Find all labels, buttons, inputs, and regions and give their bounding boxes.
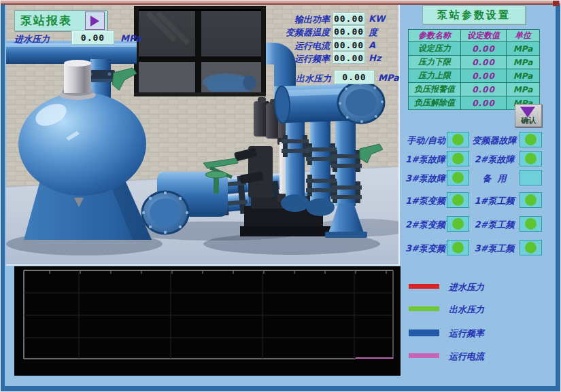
tank-chimney <box>64 63 91 93</box>
legend-swatch-inlet-pressure <box>409 284 439 289</box>
inlet-pressure-unit: MPa <box>120 33 141 43</box>
run-frequency-unit: Hz <box>369 53 381 63</box>
legend-swatch-run-current <box>409 353 439 358</box>
pressure-tank <box>18 92 146 196</box>
lamp-pump1-fault <box>447 151 469 166</box>
discharge-manifold <box>274 82 385 126</box>
trend-chart-grid <box>14 266 401 376</box>
status-label-pump3-mains: 3#泵工频 <box>470 243 519 255</box>
outlet-pressure-unit: MPa <box>378 73 399 83</box>
inverter-temp-value: 00.00 <box>333 25 365 37</box>
report-button[interactable]: 泵站报表 <box>14 10 107 31</box>
legend-label-outlet-pressure: 出水压力 <box>449 304 484 316</box>
parameter-table: 参数名称 设定数值 单位 设定压力 0.00 MPa 压力下限 0.00 MPa… <box>408 29 540 110</box>
param-value-field[interactable]: 0.00 <box>461 83 507 96</box>
lamp-pump3-fault <box>447 170 469 185</box>
legend-swatch-run-frequency <box>409 329 439 336</box>
param-name: 压力上限 <box>409 69 461 83</box>
lamp-pump2-vfd <box>447 216 469 232</box>
run-frequency-label: 运行频率 <box>281 53 330 65</box>
table-row: 负压报警值 0.00 MPa <box>409 83 540 96</box>
top-decoration-line <box>1 3 561 5</box>
window <box>134 6 266 96</box>
col-param-name: 参数名称 <box>409 30 461 42</box>
output-power-label: 输出功率 <box>281 14 330 26</box>
confirm-button-label: 确认 <box>515 115 541 126</box>
status-label-pump2-fault: 2#泵故障 <box>470 154 519 166</box>
col-set-value: 设定数值 <box>461 30 507 42</box>
outlet-pressure-label: 出水压力 <box>282 73 331 85</box>
run-current-label: 运行电流 <box>281 40 330 52</box>
confirm-button[interactable]: 确认 <box>515 104 542 127</box>
trend-chart <box>14 266 401 376</box>
status-label-spare: 备 用 <box>470 173 519 185</box>
hmi-window: 泵站报表 进水压力 0.00 MPa 输出功率 00.00 KW 变频器温度 0… <box>0 0 561 392</box>
top-right-corner-mark <box>553 1 559 6</box>
lamp-pump3-mains <box>520 240 542 255</box>
status-label-pump3-fault: 3#泵故障 <box>399 173 445 185</box>
outlet-pressure-value: 0.00 <box>334 70 375 84</box>
lamp-pump3-vfd <box>447 240 469 255</box>
status-label-pump1-vfd: 1#泵变频 <box>399 195 445 207</box>
legend-label-run-current: 运行电流 <box>449 351 484 363</box>
lamp-spare <box>520 170 542 185</box>
param-unit: MPa <box>507 83 540 96</box>
param-name: 压力下限 <box>409 56 461 69</box>
table-row: 设定压力 0.00 MPa <box>409 42 540 56</box>
inverter-temp-unit: 度 <box>369 26 377 39</box>
param-value-field[interactable]: 0.00 <box>461 96 507 110</box>
param-value-field[interactable]: 0.00 <box>461 42 507 56</box>
lamp-pump2-mains <box>520 216 542 232</box>
lamp-pump1-vfd <box>447 192 469 208</box>
inlet-pressure-label: 进水压力 <box>14 33 50 46</box>
status-label-pump1-fault: 1#泵故障 <box>399 154 445 166</box>
output-power-value: 00.00 <box>333 12 365 24</box>
pump-station-3d-scene: 泵站报表 进水压力 0.00 MPa 输出功率 00.00 KW 变频器温度 0… <box>6 5 400 266</box>
play-triangle-icon <box>90 16 99 26</box>
parameter-table-header: 参数名称 设定数值 单位 <box>409 30 540 42</box>
status-label-inverter-fault: 变频器故障 <box>470 135 519 147</box>
param-name: 设定压力 <box>409 42 461 56</box>
col-unit: 单位 <box>507 30 540 42</box>
param-value-field[interactable]: 0.00 <box>461 56 507 69</box>
table-row: 压力下限 0.00 MPa <box>409 56 540 69</box>
status-label-pump2-vfd: 2#泵变频 <box>399 219 445 231</box>
param-unit: MPa <box>507 69 540 83</box>
status-label-pump1-mains: 1#泵工频 <box>470 195 519 207</box>
legend-label-run-frequency: 运行频率 <box>449 327 484 340</box>
open-report-button[interactable] <box>85 12 105 30</box>
report-button-label: 泵站报表 <box>20 13 72 29</box>
legend-swatch-outlet-pressure <box>409 306 439 311</box>
legend-label-inlet-pressure: 进水压力 <box>449 281 484 293</box>
inlet-pressure-value: 0.00 <box>71 31 114 45</box>
lamp-pump2-fault <box>520 151 542 166</box>
run-frequency-value: 00.00 <box>333 52 365 64</box>
output-power-unit: KW <box>369 14 385 24</box>
param-name: 负压报警值 <box>409 83 461 96</box>
table-row: 压力上限 0.00 MPa <box>409 69 540 83</box>
discharge-pipes <box>281 112 362 216</box>
param-unit: MPa <box>507 42 540 56</box>
param-value-field[interactable]: 0.00 <box>461 69 507 83</box>
lamp-inverter-fault <box>520 132 542 147</box>
run-current-value: 00.00 <box>333 39 365 51</box>
param-unit: MPa <box>507 56 540 69</box>
lamp-pump1-mains <box>520 192 542 208</box>
status-label-manual-auto: 手动/自动 <box>399 135 445 147</box>
lamp-manual-auto <box>447 132 469 147</box>
param-name: 负压解除值 <box>409 96 461 110</box>
parameter-settings-title: 泵站参数设置 <box>422 5 526 24</box>
inverter-temp-label: 变频器温度 <box>281 26 330 39</box>
run-current-unit: A <box>369 40 375 50</box>
status-label-pump3-vfd: 3#泵变频 <box>399 243 445 255</box>
status-label-pump2-mains: 2#泵工频 <box>470 219 519 231</box>
